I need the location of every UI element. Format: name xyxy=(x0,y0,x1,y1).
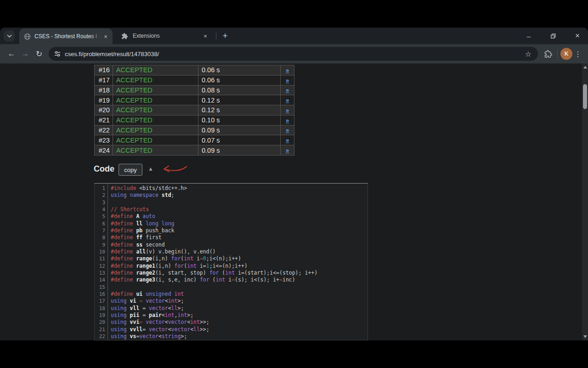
url-text[interactable]: cses.fi/problemset/result/14783038/ xyxy=(65,51,523,58)
code-line: using pii = pair<int,int>; xyxy=(111,312,368,319)
test-number: #16 xyxy=(95,65,113,75)
site-settings-icon xyxy=(54,51,61,57)
table-row: #21ACCEPTED0.10 s» xyxy=(95,115,294,126)
copy-button[interactable]: copy xyxy=(119,164,142,176)
code-line: #define A auto xyxy=(111,213,368,220)
profile-avatar[interactable]: K xyxy=(560,48,572,60)
window-controls: – × xyxy=(523,28,583,44)
line-number: 21 xyxy=(95,326,107,333)
tab-title: CSES - Shortest Routes I - Resul xyxy=(34,33,102,40)
minimize-button[interactable]: – xyxy=(523,30,535,42)
close-tab-icon[interactable]: × xyxy=(102,32,110,40)
tab-divider xyxy=(216,32,216,40)
close-window-button[interactable]: × xyxy=(571,30,583,42)
line-number: 13 xyxy=(95,270,107,276)
red-arrow-annotation xyxy=(160,163,188,175)
code-line: #define all(v) v.begin(), v.end() xyxy=(111,248,368,255)
page-scrollbar[interactable] xyxy=(582,63,588,340)
details-link[interactable]: » xyxy=(286,67,289,74)
restore-button[interactable] xyxy=(547,30,559,42)
code-line: #define ff first xyxy=(111,234,368,241)
code-line xyxy=(111,199,368,206)
run-time: 0.12 s xyxy=(198,95,281,105)
code-line: #define range3(i, s,e, inc) for (int i=(… xyxy=(111,276,368,283)
line-number: 18 xyxy=(95,305,107,312)
extensions-button[interactable] xyxy=(542,47,554,60)
verdict: ACCEPTED xyxy=(113,95,198,105)
toolbar-divider xyxy=(557,50,558,58)
verdict: ACCEPTED xyxy=(113,86,198,95)
details-link-cell: » xyxy=(281,126,294,135)
code-line: using vvi= vector<vector<int>>; xyxy=(111,319,368,326)
details-link-cell: » xyxy=(281,65,294,75)
verdict: ACCEPTED xyxy=(113,105,198,115)
tab-cses-result[interactable]: CSES - Shortest Routes I - Resul × xyxy=(19,29,113,44)
new-tab-button[interactable]: + xyxy=(219,30,231,42)
line-number: 8 xyxy=(95,234,107,241)
line-number: 7 xyxy=(95,227,107,234)
table-row: #16ACCEPTED0.06 s» xyxy=(95,65,294,75)
tab-search-button[interactable] xyxy=(4,30,15,41)
browser-menu-button[interactable]: ⋮ xyxy=(572,47,583,60)
reload-button[interactable]: ↻ xyxy=(32,47,46,61)
tab-extensions[interactable]: Extensions × xyxy=(115,29,212,43)
globe-icon xyxy=(24,33,31,40)
chevron-down-icon xyxy=(7,34,12,38)
details-link[interactable]: » xyxy=(286,147,289,154)
details-link[interactable]: » xyxy=(286,97,289,104)
results-table: #16ACCEPTED0.06 s»#17ACCEPTED0.06 s»#18A… xyxy=(94,65,294,155)
tab-strip: CSES - Shortest Routes I - Resul × Exten… xyxy=(0,28,588,44)
run-time: 0.06 s xyxy=(198,75,281,85)
code-line: using vvll= vector<vector<ll>>; xyxy=(111,326,368,333)
test-number: #21 xyxy=(95,115,113,125)
details-link[interactable]: » xyxy=(286,137,289,144)
collapse-triangle-icon[interactable]: ▲ xyxy=(148,166,153,172)
details-link[interactable]: » xyxy=(286,86,289,93)
details-link[interactable]: » xyxy=(286,107,289,114)
table-row: #24ACCEPTED0.09 s» xyxy=(95,145,294,155)
back-button[interactable]: ← xyxy=(5,47,18,61)
verdict: ACCEPTED xyxy=(113,126,198,135)
run-time: 0.08 s xyxy=(198,86,281,95)
close-tab-icon[interactable]: × xyxy=(201,32,209,40)
bookmark-star-icon[interactable]: ☆ xyxy=(523,49,533,59)
line-number: 11 xyxy=(95,255,107,262)
test-number: #18 xyxy=(95,86,113,95)
verdict: ACCEPTED xyxy=(113,115,198,125)
details-link-cell: » xyxy=(281,95,294,105)
details-link[interactable]: » xyxy=(286,117,289,124)
run-time: 0.10 s xyxy=(198,115,281,125)
code-line: #define range(i,n) for(int i=0;i<(n);i++… xyxy=(111,255,368,262)
details-link-cell: » xyxy=(281,75,294,85)
test-number: #23 xyxy=(95,135,113,145)
test-number: #19 xyxy=(95,95,113,105)
code-heading: Code xyxy=(94,164,114,174)
table-row: #17ACCEPTED0.06 s» xyxy=(95,75,294,86)
scrollbar-thumb[interactable] xyxy=(583,84,587,109)
line-number: 15 xyxy=(95,284,107,291)
table-row: #20ACCEPTED0.12 s» xyxy=(95,105,294,115)
code-line: using vs=vector<string>; xyxy=(111,333,368,340)
verdict: ACCEPTED xyxy=(113,135,198,145)
page-content: #16ACCEPTED0.06 s»#17ACCEPTED0.06 s»#18A… xyxy=(0,63,588,340)
address-bar[interactable]: cses.fi/problemset/result/14783038/ ☆ xyxy=(49,47,538,61)
table-row: #23ACCEPTED0.07 s» xyxy=(95,135,294,145)
details-link-cell: » xyxy=(281,135,294,145)
line-number: 9 xyxy=(95,242,107,248)
scrollbar-up-arrow[interactable] xyxy=(583,66,587,69)
scrollbar-down-arrow[interactable] xyxy=(583,335,587,338)
details-link[interactable]: » xyxy=(286,126,289,133)
code-line: using namespace std; xyxy=(111,192,368,199)
test-number: #22 xyxy=(95,126,113,135)
code-line: using vi = vector<int>; xyxy=(111,298,368,305)
verdict: ACCEPTED xyxy=(113,75,198,85)
details-link-cell: » xyxy=(281,145,294,155)
line-number: 2 xyxy=(95,192,107,199)
line-number-gutter: 12345678910111213141516171819202122 xyxy=(95,184,108,340)
run-time: 0.12 s xyxy=(198,105,281,115)
forward-button[interactable]: → xyxy=(18,47,32,61)
code-block: 12345678910111213141516171819202122 #inc… xyxy=(94,183,368,340)
code-line: #define ll long long xyxy=(111,220,368,227)
code-line xyxy=(111,284,368,291)
details-link[interactable]: » xyxy=(286,77,289,84)
